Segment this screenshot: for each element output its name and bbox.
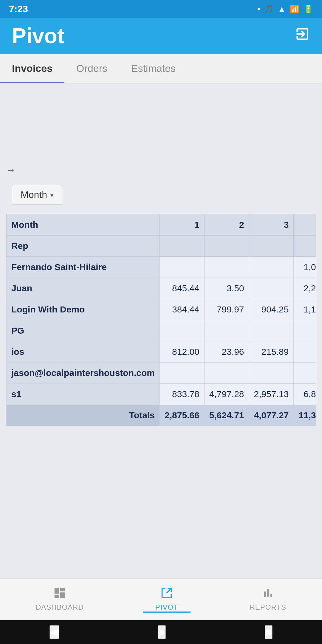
nav-pivot-active-bar <box>143 612 191 613</box>
table-row: Login With Demo 384.44 799.97 904.25 1,1… <box>7 299 316 320</box>
pivot-icon <box>160 586 174 603</box>
month-filter-label: Month <box>21 189 47 200</box>
content-area: → Month ▾ Month 1 2 3 4 <box>0 161 322 426</box>
dashboard-icon <box>53 586 66 603</box>
row-val-jason-3 <box>249 363 294 384</box>
row-val-fernando-3 <box>249 257 294 278</box>
sys-recent-button[interactable]: ■ <box>265 625 273 639</box>
row-val-demo-1: 384.44 <box>160 299 205 320</box>
row-val-fernando-1 <box>160 257 205 278</box>
arrow-right-icon[interactable]: → <box>6 165 16 176</box>
row-name-juan: Juan <box>7 278 160 299</box>
headset-icon: 🎵 <box>264 4 274 14</box>
row-val-demo-4: 1,140.27 <box>294 299 316 320</box>
row-val-ios-1: 812.00 <box>160 341 205 363</box>
row-val-demo-3: 904.25 <box>249 299 294 320</box>
tab-invoices[interactable]: Invoices <box>0 54 64 83</box>
row-val-ios-2: 23.96 <box>204 341 249 363</box>
table-row: s1 833.78 4,797.28 2,957.13 6,802.76 <box>7 384 316 405</box>
row-val-jason-1 <box>160 363 205 384</box>
reports-icon <box>261 586 275 603</box>
nav-dashboard[interactable]: DASHBOARD <box>36 586 84 613</box>
logout-icon[interactable] <box>295 26 310 45</box>
row-val-ios-4: 71.66 <box>294 341 316 363</box>
row-val-juan-2: 3.50 <box>204 278 249 299</box>
col-header-1: 1 <box>160 214 205 236</box>
totals-col-4: 11,356.98 <box>294 405 316 426</box>
table-row: ios 812.00 23.96 215.89 71.66 <box>7 341 316 363</box>
row-val-s1-1: 833.78 <box>160 384 205 405</box>
table-row: Juan 845.44 3.50 2,296.19 <box>7 278 316 299</box>
row-val-juan-1: 845.44 <box>160 278 205 299</box>
row-name-fernando: Fernando Saint-Hilaire <box>7 257 160 278</box>
wifi-icon: ▲ <box>278 4 286 14</box>
sim-icon: ▪ <box>257 4 260 14</box>
table-header-row: Month 1 2 3 4 <box>7 214 316 236</box>
app-header: Pivot <box>0 18 322 54</box>
row-val-juan-4: 2,296.19 <box>294 278 316 299</box>
row-val-s1-2: 4,797.28 <box>204 384 249 405</box>
dropdown-arrow-icon: ▾ <box>50 191 54 199</box>
signal-icon: 📶 <box>290 4 299 14</box>
tab-bar: Invoices Orders Estimates <box>0 54 322 83</box>
nav-reports[interactable]: REPORTS <box>250 586 287 613</box>
battery-icon: 🔋 <box>304 4 313 14</box>
tab-estimates[interactable]: Estimates <box>119 54 188 83</box>
status-bar: 7:23 ▪ 🎵 ▲ 📶 🔋 <box>0 0 322 18</box>
row-val-pg-1 <box>160 320 205 341</box>
row-val-fernando-2 <box>204 257 249 278</box>
row-val-juan-3 <box>249 278 294 299</box>
row-name-jason: jason@localpaintershouston.com <box>7 363 160 384</box>
col-header-3: 3 <box>249 214 294 236</box>
row-val-fernando-4: 1,046.10 <box>294 257 316 278</box>
nav-reports-label: REPORTS <box>250 603 287 612</box>
row-name-s1: s1 <box>7 384 160 405</box>
row-val-s1-4: 6,802.76 <box>294 384 316 405</box>
arrow-row: → <box>0 161 322 179</box>
col-header-2: 2 <box>204 214 249 236</box>
filter-row: Month ▾ <box>0 179 322 211</box>
nav-pivot-label: PIVOT <box>155 603 178 612</box>
nav-dashboard-label: DASHBOARD <box>36 603 84 612</box>
app-title: Pivot <box>12 24 64 48</box>
table-subheader-row: Rep <box>7 236 316 257</box>
totals-label: Totals <box>7 405 160 426</box>
gray-area <box>0 83 322 161</box>
row-val-jason-4 <box>294 363 316 384</box>
col-header-month: Month <box>7 214 160 236</box>
col-subheader-1 <box>160 236 205 257</box>
col-subheader-2 <box>204 236 249 257</box>
col-subheader-4 <box>294 236 316 257</box>
totals-col-2: 5,624.71 <box>204 405 249 426</box>
col-subheader-rep: Rep <box>7 236 160 257</box>
pivot-table: Month 1 2 3 4 Rep <box>6 214 316 426</box>
pivot-section: → Month ▾ Month 1 2 3 4 <box>0 161 322 426</box>
system-nav-bar: ◀ ● ■ <box>0 620 322 644</box>
status-time: 7:23 <box>9 4 28 15</box>
totals-col-3: 4,077.27 <box>249 405 294 426</box>
row-val-s1-3: 2,957.13 <box>249 384 294 405</box>
sys-home-button[interactable]: ● <box>158 625 166 639</box>
bottom-nav: DASHBOARD PIVOT REPORTS <box>0 578 322 620</box>
table-totals-row: Totals 2,875.66 5,624.71 4,077.27 11,356… <box>7 405 316 426</box>
row-name-ios: ios <box>7 341 160 363</box>
row-val-pg-4 <box>294 320 316 341</box>
table-row: jason@localpaintershouston.com <box>7 363 316 384</box>
row-val-ios-3: 215.89 <box>249 341 294 363</box>
row-val-pg-2 <box>204 320 249 341</box>
table-row: PG <box>7 320 316 341</box>
tab-orders[interactable]: Orders <box>64 54 119 83</box>
table-row: Fernando Saint-Hilaire 1,046.10 <box>7 257 316 278</box>
row-name-pg: PG <box>7 320 160 341</box>
row-val-pg-3 <box>249 320 294 341</box>
status-icons: ▪ 🎵 ▲ 📶 🔋 <box>257 4 313 14</box>
col-header-4: 4 <box>294 214 316 236</box>
row-val-demo-2: 799.97 <box>204 299 249 320</box>
pivot-table-container: Month 1 2 3 4 Rep <box>6 214 316 426</box>
row-val-jason-2 <box>204 363 249 384</box>
nav-pivot[interactable]: PIVOT <box>155 586 178 613</box>
month-filter-button[interactable]: Month ▾ <box>12 185 62 205</box>
sys-back-button[interactable]: ◀ <box>49 625 59 639</box>
col-subheader-3 <box>249 236 294 257</box>
row-name-login-demo: Login With Demo <box>7 299 160 320</box>
